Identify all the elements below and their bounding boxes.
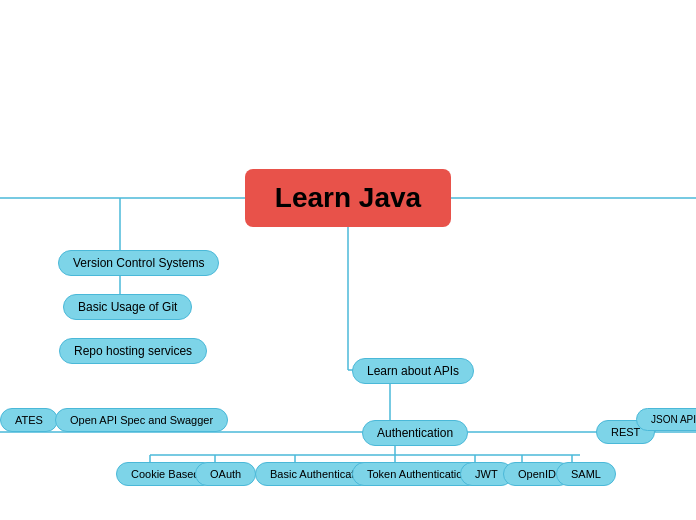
saml-label: SAML bbox=[571, 468, 601, 480]
vcs-node: Version Control Systems bbox=[58, 250, 219, 276]
ates-node: ATES bbox=[0, 408, 58, 432]
openid-label: OpenID bbox=[518, 468, 556, 480]
saml-node: SAML bbox=[556, 462, 616, 486]
git-label: Basic Usage of Git bbox=[78, 300, 177, 314]
token-label: Token Authentication bbox=[367, 468, 469, 480]
cookie-label: Cookie Based bbox=[131, 468, 200, 480]
repo-node: Repo hosting services bbox=[59, 338, 207, 364]
git-node: Basic Usage of Git bbox=[63, 294, 192, 320]
jwt-label: JWT bbox=[475, 468, 498, 480]
openapi-label: Open API Spec and Swagger bbox=[70, 414, 213, 426]
oauth-label: OAuth bbox=[210, 468, 241, 480]
ates-label: ATES bbox=[15, 414, 43, 426]
main-node: Learn Java bbox=[245, 169, 451, 227]
auth-node: Authentication bbox=[362, 420, 468, 446]
auth-label: Authentication bbox=[377, 426, 453, 440]
oauth-node: OAuth bbox=[195, 462, 256, 486]
vcs-label: Version Control Systems bbox=[73, 256, 204, 270]
json-apis-label: JSON APIs bbox=[651, 414, 696, 425]
repo-label: Repo hosting services bbox=[74, 344, 192, 358]
openapi-node: Open API Spec and Swagger bbox=[55, 408, 228, 432]
json-apis-node: JSON APIs bbox=[636, 408, 696, 431]
rest-label: REST bbox=[611, 426, 640, 438]
main-label: Learn Java bbox=[275, 182, 421, 214]
apis-label: Learn about APIs bbox=[367, 364, 459, 378]
apis-node: Learn about APIs bbox=[352, 358, 474, 384]
